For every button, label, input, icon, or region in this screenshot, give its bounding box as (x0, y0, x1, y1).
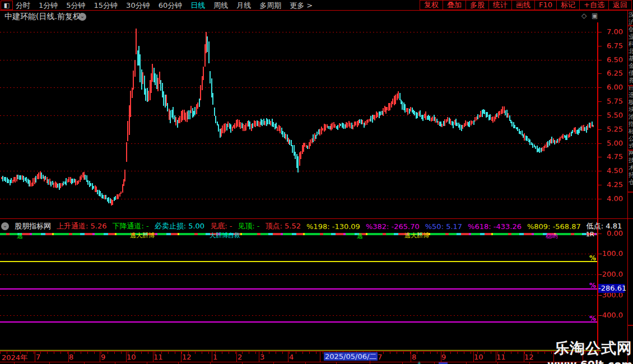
candle (508, 113, 509, 118)
period-item[interactable]: 60分钟 (159, 1, 183, 11)
candle (581, 125, 583, 131)
price-label: 6.50 (596, 55, 623, 64)
price-label: 5.25 (596, 125, 623, 133)
gridline (0, 143, 597, 144)
candle (212, 93, 213, 105)
panel-divider (0, 218, 633, 219)
candle (133, 71, 134, 90)
band-label: 逃 (357, 232, 363, 240)
gridline (0, 87, 597, 88)
month-separator (35, 352, 35, 362)
indicator-field: %50: 5.17 (425, 222, 462, 231)
price-label: 4.25 (596, 180, 623, 189)
candle (457, 123, 458, 126)
candle (11, 178, 12, 183)
toolbar-button[interactable]: 画线 (511, 0, 534, 10)
indicator-source: 股朋指标网 (15, 221, 51, 231)
pct-line-label: % (589, 254, 596, 262)
candle (280, 126, 281, 133)
watermark-site-name: 乐淘公式网 (547, 338, 632, 358)
candle (118, 194, 119, 199)
period-item[interactable]: 更多 > (290, 1, 313, 11)
period-item[interactable]: 5分钟 (66, 1, 85, 11)
watermark: 乐淘公式网 www.60lt.com (547, 338, 632, 364)
layout-icon[interactable]: ◧ (1, 1, 13, 10)
candle (57, 184, 58, 188)
candle (267, 119, 268, 124)
price-label: 7.00 (596, 27, 623, 36)
right-edge-strip[interactable]: 深 沪 创 业 科 北 基 金 债 券 自 选 板 块 池 指 标 公 式 网 … (629, 11, 633, 364)
candle (465, 120, 466, 126)
toolbar-button[interactable]: 返回 (608, 0, 632, 10)
candle (492, 116, 494, 123)
toolbar-button[interactable]: 标记 (556, 0, 579, 10)
band-label: 大胆博自救 (210, 231, 240, 240)
candle (175, 117, 176, 125)
candle (557, 139, 558, 143)
toolbar-button[interactable]: 叠加 (443, 0, 466, 10)
lower-axis-label: -400.0 (596, 311, 623, 319)
candle (441, 124, 443, 127)
candle (432, 116, 433, 121)
candle (322, 128, 323, 130)
candle (542, 147, 543, 151)
candle (237, 119, 238, 127)
candle (295, 152, 296, 159)
time-label: 9 (101, 353, 105, 361)
band-label: 1R (586, 231, 594, 238)
candle (547, 141, 548, 147)
toolbar-button[interactable]: F10 (534, 0, 556, 10)
period-item[interactable]: 多周期 (259, 1, 281, 11)
indicator-chevron-icon[interactable]: ⌄ (1, 222, 9, 230)
period-item[interactable]: 日线 (190, 1, 205, 11)
candle (328, 126, 329, 129)
candle (337, 125, 338, 130)
time-label: 8 (69, 353, 73, 361)
candle (529, 139, 530, 145)
indicator-field: 见底: - (210, 221, 232, 231)
price-label: 6.75 (596, 41, 623, 50)
indicator-field: 见顶: - (238, 221, 259, 231)
period-item[interactable]: 15分钟 (94, 1, 118, 11)
candle (477, 114, 478, 119)
candle (240, 122, 241, 129)
candle (544, 144, 546, 148)
period-item[interactable]: 分时 (16, 1, 30, 11)
price-label: 6.00 (596, 83, 623, 91)
candle (554, 140, 555, 144)
period-item[interactable]: 30分钟 (126, 1, 150, 11)
top-toolbar: ◧ 分时1分钟5分钟15分钟30分钟60分钟日线周线月线多周期更多 > 复权叠加… (0, 0, 633, 10)
panel-icon[interactable]: ▣ (592, 12, 598, 20)
month-separator (212, 352, 212, 362)
candle (572, 130, 573, 133)
period-item[interactable]: 月线 (236, 1, 251, 11)
current-value-box: -286.61 (598, 284, 625, 293)
toolbar-button[interactable]: 复权 (420, 0, 443, 10)
candle (282, 131, 283, 137)
time-label: 7 (378, 353, 382, 361)
candle (215, 116, 216, 123)
candle (352, 125, 353, 129)
lower-gridline (0, 254, 597, 254)
candle (447, 117, 448, 122)
candle (234, 123, 235, 129)
candle (97, 190, 98, 194)
period-menu: 分时1分钟5分钟15分钟30分钟60分钟日线周线月线多周期更多 > (16, 1, 313, 10)
candle (417, 113, 418, 118)
candle (8, 179, 9, 183)
chevron-down-icon[interactable]: ⌄ (78, 13, 86, 21)
toolbar-button[interactable]: 多股 (466, 0, 488, 10)
time-axis-bottom-border (0, 362, 601, 362)
right-strip-border (627, 11, 628, 364)
toolbar-button[interactable]: +自选 (579, 0, 608, 10)
diamond-icon[interactable]: ◇ (581, 12, 587, 20)
candle (319, 129, 320, 136)
signal-band (0, 233, 597, 235)
candle (389, 103, 390, 110)
toolbar-button[interactable]: 统计 (488, 0, 511, 10)
candle (163, 91, 164, 106)
candle (134, 60, 136, 77)
period-item[interactable]: 1分钟 (39, 1, 58, 11)
candle (444, 119, 445, 126)
period-item[interactable]: 周线 (213, 1, 228, 11)
